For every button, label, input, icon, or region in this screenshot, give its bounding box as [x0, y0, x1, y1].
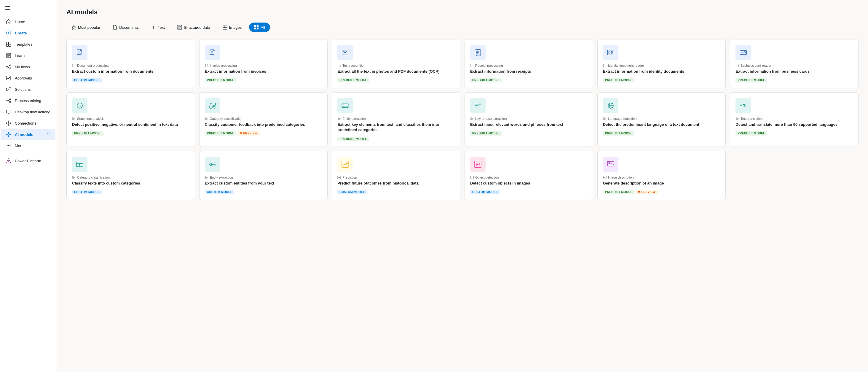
main-content: AI models Most popular Documents Text St…	[57, 0, 868, 372]
page-title: AI models	[66, 8, 859, 16]
svg-rect-9	[9, 45, 11, 47]
receipt-icon	[470, 45, 486, 60]
svg-rect-125	[76, 164, 80, 167]
card-badges: PREBUILT MODEL⚑ PREVIEW	[205, 130, 322, 136]
tab-structured-data[interactable]: Structured data	[172, 23, 215, 32]
sidebar-label-home: Home	[15, 20, 25, 24]
card-key-phrase-extraction[interactable]: Key phrase extraction Extract most relev…	[465, 92, 593, 147]
svg-point-16	[10, 68, 11, 69]
flows-icon	[6, 64, 11, 69]
sidebar-item-home[interactable]: Home	[1, 16, 56, 27]
card-invoice-processing[interactable]: Invoice processing Extract information f…	[199, 39, 328, 88]
hamburger-menu[interactable]	[0, 2, 57, 16]
svg-point-23	[6, 100, 8, 101]
tab-documents[interactable]: Documents	[107, 23, 144, 32]
card-text-recognition[interactable]: Text recognition Extract all the text in…	[332, 39, 460, 88]
tab-text[interactable]: Text	[146, 23, 170, 32]
tab-most-popular[interactable]: Most popular	[66, 23, 105, 32]
svg-rect-21	[9, 87, 11, 91]
card-receipt-processing[interactable]: Receipt processing Extract information f…	[465, 39, 593, 88]
sidebar-item-more[interactable]: More	[1, 140, 56, 151]
text-icon	[151, 25, 156, 30]
svg-point-14	[6, 66, 8, 67]
svg-point-40	[8, 136, 9, 137]
sidebar-item-desktop-flow[interactable]: Desktop flow activity	[1, 106, 56, 117]
badge-prebuilt: PREBUILT MODEL	[603, 190, 634, 194]
badge-prebuilt: PREBUILT MODEL	[470, 78, 502, 83]
sidebar-item-approvals[interactable]: Approvals	[1, 73, 56, 84]
learn-icon	[6, 53, 11, 58]
tab-all[interactable]: All	[249, 23, 270, 32]
svg-point-25	[9, 102, 11, 103]
sidebar-item-solutions[interactable]: Solutions	[1, 84, 56, 95]
badge-prebuilt: PREBUILT MODEL	[337, 78, 369, 83]
card-badges: PREBUILT MODEL	[736, 77, 853, 83]
svg-rect-62	[254, 28, 256, 29]
card-title: Detect positive, negative, or neutral se…	[72, 122, 189, 127]
svg-rect-60	[254, 25, 256, 27]
svg-rect-26	[6, 110, 11, 113]
svg-rect-67	[210, 49, 214, 55]
card-sentiment-analysis[interactable]: Sentiment analysis Detect positive, nega…	[66, 92, 195, 147]
card-text-translation[interactable]: Aあ Text translation Detect and translate…	[730, 92, 859, 147]
sidebar-item-ai-models[interactable]: AI models	[1, 129, 56, 140]
sidebar-item-templates[interactable]: Templates	[1, 38, 56, 50]
card-title: Classify customer feedback into predefin…	[205, 122, 322, 127]
card-category-classification-custom[interactable]: Category classification Classify texts i…	[66, 151, 195, 200]
svg-point-24	[9, 99, 11, 100]
card-title: Detect custom objects in images	[470, 181, 588, 186]
sidebar-item-power-platform[interactable]: Power Platform	[1, 155, 56, 166]
solutions-icon	[6, 87, 11, 92]
card-object-detection[interactable]: Object detection Detect custom objects i…	[465, 151, 593, 200]
grid-icon	[254, 25, 259, 30]
card-meta: Object detection	[470, 176, 588, 179]
card-meta: Invoice processing	[205, 64, 322, 67]
card-doc-processing[interactable]: Document processing Extract custom infor…	[66, 39, 195, 88]
sidebar-label-templates: Templates	[15, 42, 32, 47]
svg-rect-101	[345, 106, 347, 107]
card-category-classification[interactable]: Category classification Classify custome…	[199, 92, 328, 147]
ai-models-icon	[6, 132, 11, 137]
svg-rect-19	[6, 76, 11, 80]
svg-point-142	[477, 164, 478, 165]
card-title: Extract custom information from document…	[72, 69, 189, 74]
svg-rect-1	[5, 8, 10, 8]
sidebar-label-my-flows: My flows	[15, 65, 30, 69]
svg-rect-20	[6, 88, 8, 90]
templates-icon	[6, 41, 11, 47]
more-icon	[6, 143, 11, 148]
card-prediction[interactable]: Prediction Predict future outcomes from …	[332, 151, 460, 200]
card-meta: Text translation	[736, 117, 853, 120]
sidebar-item-process-mining[interactable]: Process mining	[1, 95, 56, 106]
tab-images[interactable]: Images	[218, 23, 247, 32]
card-entity-extraction-prebuilt[interactable]: Entity extraction Extract key elements f…	[332, 92, 460, 147]
svg-point-94	[213, 106, 215, 108]
sidebar-item-create[interactable]: Create	[1, 27, 56, 38]
card-identity-doc-reader[interactable]: Identity document reader Extract informa…	[597, 39, 726, 88]
sentiment-icon	[72, 98, 88, 113]
badge-prebuilt: PREBUILT MODEL	[205, 131, 236, 136]
sidebar-item-connections[interactable]: Connections	[1, 117, 56, 129]
invoice-icon	[205, 45, 220, 60]
svg-point-41	[6, 134, 7, 135]
card-title: Generate description of an image	[603, 181, 720, 186]
card-business-card-reader[interactable]: Business card reader Extract information…	[730, 39, 859, 88]
svg-rect-126	[80, 164, 83, 167]
svg-point-30	[8, 121, 9, 122]
svg-rect-71	[342, 50, 348, 55]
ai-models-pin-icon[interactable]	[46, 132, 51, 137]
sidebar-item-my-flows[interactable]: My flows	[1, 61, 56, 73]
svg-line-18	[8, 67, 10, 68]
svg-rect-61	[257, 25, 258, 27]
card-meta: Entity extraction	[337, 117, 455, 120]
sidebar-label-process-mining: Process mining	[15, 98, 41, 103]
card-image-description[interactable]: Image description Generate description o…	[597, 151, 726, 200]
card-language-detection[interactable]: Language detection Detect the predominan…	[597, 92, 726, 147]
card-entity-extraction-custom[interactable]: 99 Entity extraction Extract custom enti…	[199, 151, 328, 200]
svg-point-15	[10, 65, 11, 66]
sidebar-label-desktop-flow: Desktop flow activity	[15, 110, 50, 114]
card-badges: PREBUILT MODEL	[603, 77, 720, 83]
svg-point-29	[8, 122, 9, 124]
sidebar-item-learn[interactable]: Learn	[1, 50, 56, 61]
badge-prebuilt: PREBUILT MODEL	[603, 131, 634, 136]
